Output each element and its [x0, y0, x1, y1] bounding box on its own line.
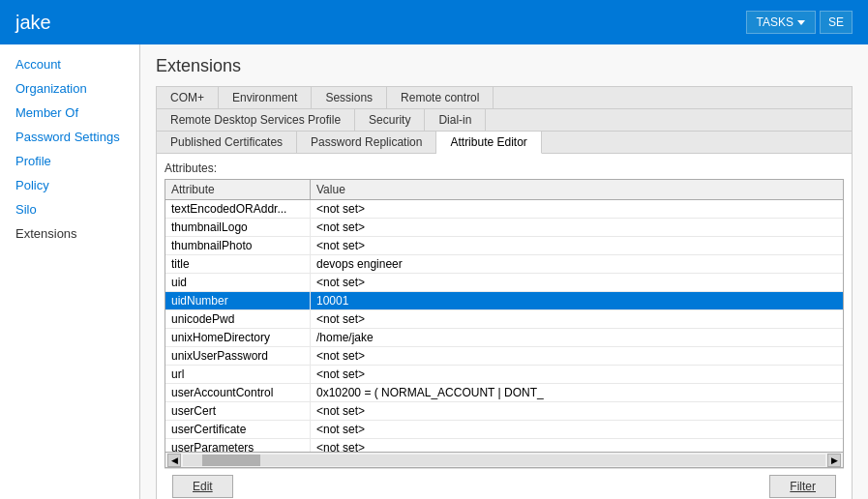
tab-row-2: Remote Desktop Services Profile Security… [157, 109, 852, 132]
value-cell: <not set> [311, 421, 843, 438]
column-header-value: Value [311, 180, 843, 199]
table-row[interactable]: unixUserPassword<not set> [165, 347, 843, 366]
table-header: Attribute Value [165, 180, 843, 200]
se-button[interactable]: SE [820, 11, 853, 34]
sidebar-item-extensions[interactable]: Extensions [0, 221, 139, 246]
scroll-right-arrow-icon[interactable]: ▶ [827, 454, 841, 467]
sidebar-item-policy[interactable]: Policy [0, 173, 139, 197]
attribute-cell: userCertificate [165, 421, 311, 438]
horizontal-scrollbar[interactable]: ◀ ▶ [165, 452, 843, 467]
table-row[interactable]: userParameters<not set> [165, 439, 843, 452]
attributes-table: Attribute Value textEncodedORAddr...<not… [165, 179, 844, 468]
attribute-cell: uidNumber [165, 292, 311, 309]
table-row[interactable]: userCert<not set> [165, 402, 843, 421]
attributes-container: Attributes: Attribute Value textEncodedO… [157, 154, 852, 499]
value-cell: <not set> [311, 366, 843, 383]
value-cell: <not set> [311, 274, 843, 291]
value-cell: <not set> [311, 402, 843, 420]
table-body: textEncodedORAddr...<not set>thumbnailLo… [165, 200, 843, 452]
column-header-attribute: Attribute [165, 180, 311, 199]
bottom-buttons: Edit Filter [165, 468, 844, 499]
attribute-cell: thumbnailLogo [165, 219, 311, 236]
sidebar-item-member-of[interactable]: Member Of [0, 101, 139, 125]
sidebar: Account Organization Member Of Password … [0, 44, 140, 499]
attribute-cell: unixHomeDirectory [165, 329, 311, 346]
table-row[interactable]: userAccountControl0x10200 = ( NORMAL_ACC… [165, 384, 843, 402]
value-cell: <not set> [311, 219, 843, 236]
table-row[interactable]: url<not set> [165, 366, 843, 384]
main-layout: Account Organization Member Of Password … [0, 44, 868, 499]
table-row[interactable]: unixHomeDirectory/home/jake [165, 329, 843, 347]
tab-security[interactable]: Security [355, 109, 425, 131]
table-row[interactable]: uid<not set> [165, 274, 843, 292]
tasks-button[interactable]: TASKS [746, 11, 816, 34]
tab-row-1: COM+ Environment Sessions Remote control [157, 87, 852, 109]
tab-com-plus[interactable]: COM+ [157, 87, 219, 108]
sidebar-item-account[interactable]: Account [0, 52, 139, 76]
attribute-cell: unixUserPassword [165, 347, 311, 365]
value-cell: /home/jake [311, 329, 843, 346]
tab-sessions[interactable]: Sessions [312, 87, 387, 108]
table-row[interactable]: textEncodedORAddr...<not set> [165, 200, 843, 219]
sidebar-item-profile[interactable]: Profile [0, 149, 139, 173]
sidebar-item-organization[interactable]: Organization [0, 76, 139, 101]
edit-button[interactable]: Edit [172, 475, 233, 498]
value-cell: <not set> [311, 347, 843, 365]
value-cell: devops engineer [311, 255, 843, 273]
tab-remote-desktop-profile[interactable]: Remote Desktop Services Profile [157, 109, 355, 131]
attribute-cell: userCert [165, 402, 311, 420]
table-row[interactable]: titledevops engineer [165, 255, 843, 274]
sidebar-item-password-settings[interactable]: Password Settings [0, 125, 139, 149]
scroll-thumb[interactable] [202, 455, 260, 466]
attributes-label: Attributes: [165, 161, 844, 175]
table-row[interactable]: unicodePwd<not set> [165, 310, 843, 329]
attribute-cell: unicodePwd [165, 310, 311, 328]
value-cell: <not set> [311, 310, 843, 328]
extensions-panel: COM+ Environment Sessions Remote control… [156, 86, 853, 499]
page-title: Extensions [156, 56, 853, 76]
tab-environment[interactable]: Environment [219, 87, 312, 108]
top-bar: jake TASKS SE [0, 0, 868, 44]
filter-button[interactable]: Filter [769, 475, 836, 498]
tab-row-3: Published Certificates Password Replicat… [157, 132, 852, 154]
value-cell: 10001 [311, 292, 843, 309]
tab-published-certs[interactable]: Published Certificates [157, 132, 297, 153]
value-cell: 0x10200 = ( NORMAL_ACCOUNT | DONT_ [311, 384, 843, 401]
scroll-track [183, 455, 825, 466]
tasks-dropdown-arrow-icon [797, 20, 805, 25]
table-row[interactable]: thumbnailPhoto<not set> [165, 237, 843, 255]
top-bar-actions: TASKS SE [746, 11, 853, 34]
content-area: Extensions COM+ Environment Sessions Rem… [140, 44, 868, 499]
attribute-cell: userAccountControl [165, 384, 311, 401]
attribute-cell: title [165, 255, 311, 273]
attribute-cell: thumbnailPhoto [165, 237, 311, 254]
value-cell: <not set> [311, 439, 843, 452]
table-row[interactable]: uidNumber10001 [165, 292, 843, 310]
tab-password-replication[interactable]: Password Replication [297, 132, 436, 153]
sidebar-item-silo[interactable]: Silo [0, 197, 139, 221]
table-row[interactable]: userCertificate<not set> [165, 421, 843, 439]
attribute-cell: uid [165, 274, 311, 291]
scroll-left-arrow-icon[interactable]: ◀ [167, 454, 181, 467]
tab-attribute-editor[interactable]: Attribute Editor [436, 132, 541, 154]
app-title: jake [15, 12, 51, 34]
attribute-cell: textEncodedORAddr... [165, 200, 311, 218]
value-cell: <not set> [311, 237, 843, 254]
attribute-cell: url [165, 366, 311, 383]
tab-remote-control[interactable]: Remote control [387, 87, 494, 108]
table-row[interactable]: thumbnailLogo<not set> [165, 219, 843, 237]
tab-dial-in[interactable]: Dial-in [425, 109, 486, 131]
value-cell: <not set> [311, 200, 843, 218]
attribute-cell: userParameters [165, 439, 311, 452]
